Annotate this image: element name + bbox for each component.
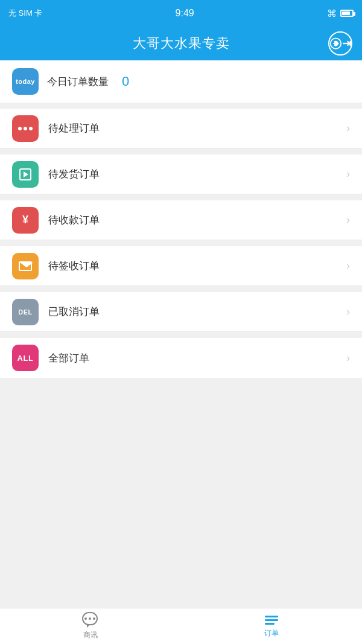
today-label: 今日订单数量 [47,75,109,89]
status-bar: 无 SIM 卡 9:49 ⌘ [0,0,362,27]
menu-item-receipt[interactable]: 待签收订单 › [0,246,362,286]
menu-item-pending[interactable]: 待处理订单 › [0,109,362,148]
payment-icon: ¥ [12,207,39,234]
payment-label: 待收款订单 [48,213,337,227]
today-orders-row[interactable]: today 今日订单数量 0 [0,60,362,103]
menu-item-all[interactable]: ALL 全部订单 › [0,338,362,378]
chevron-icon: › [346,168,350,180]
chevron-icon: › [346,260,350,272]
app-title: 大哥大水果专卖 [133,34,230,53]
cancelled-icon: DEL [12,299,39,325]
tab-messages[interactable]: 商讯 [0,608,181,644]
orders-icon [264,614,279,626]
today-count: 0 [122,74,129,89]
menu-item-shipping[interactable]: 待发货订单 › [0,155,362,194]
status-icons: ⌘ [327,8,354,19]
cancelled-label: 已取消订单 [48,305,337,319]
order-menu-list: 待处理订单 › 待发货订单 › ¥ 待收款订单 › [0,109,362,378]
today-icon: today [12,68,39,95]
tab-messages-label: 商讯 [83,630,98,640]
shipping-icon [12,161,39,188]
menu-item-cancelled[interactable]: DEL 已取消订单 › [0,292,362,332]
chevron-icon: › [346,214,350,226]
all-icon: ALL [12,345,39,371]
menu-item-payment[interactable]: ¥ 待收款订单 › [0,200,362,240]
chat-icon [82,612,99,628]
tab-orders[interactable]: 订单 [181,608,362,644]
chevron-icon: › [346,305,350,318]
battery-icon [340,10,354,17]
exit-icon [329,37,342,50]
receipt-icon [12,253,39,279]
all-label: 全部订单 [48,351,337,365]
status-carrier: 无 SIM 卡 [8,8,42,19]
status-time: 9:49 [176,8,194,19]
chevron-icon: › [346,352,350,365]
app-header: 大哥大水果专卖 ⇥ [0,27,362,60]
wifi-icon: ⌘ [327,8,337,19]
receipt-label: 待签收订单 [48,259,337,273]
shipping-label: 待发货订单 [48,167,337,181]
chevron-icon: › [346,122,350,135]
tab-bar: 商讯 订单 [0,608,362,644]
tab-orders-label: 订单 [264,628,279,639]
pending-label: 待处理订单 [48,121,337,135]
pending-icon [12,115,39,142]
exit-button[interactable]: ⇥ [328,31,352,56]
main-content: today 今日订单数量 0 待处理订单 › [0,60,362,608]
